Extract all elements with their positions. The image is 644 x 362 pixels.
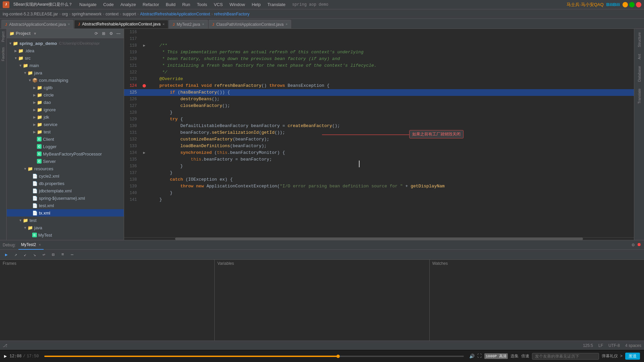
settings-icon[interactable]: ⚙ — [108, 31, 114, 36]
project-label[interactable]: Project — [1, 30, 5, 43]
ant-panel-btn[interactable]: Ant — [636, 52, 643, 62]
quality-badge[interactable]: 1080P 高清 — [484, 353, 508, 359]
java-icon-2: J — [173, 22, 175, 26]
minimize-panel-icon[interactable]: — — [116, 31, 121, 36]
tree-item-circle[interactable]: ▶ 📁 circle — [7, 91, 124, 99]
horizontal-scrollbar[interactable] — [124, 237, 634, 240]
debug-force-step-into-btn[interactable]: ↘ — [31, 251, 38, 258]
tree-item-logger[interactable]: C Logger — [7, 143, 124, 150]
tree-item-db[interactable]: 📄 db.properties — [7, 180, 124, 187]
indent-indicator[interactable]: 4 spaces — [625, 343, 641, 348]
menu-tools[interactable]: Tools — [194, 1, 210, 8]
breadcrumb-part-5[interactable]: AbstractRefreshableApplicationContext — [140, 12, 210, 16]
breadcrumb-part-0[interactable]: ing-context-5.2.3.RELEASE.jar — [3, 12, 58, 16]
tree-item-mytest2[interactable]: C MyTest2 — [7, 239, 124, 240]
collection-btn[interactable]: 选集 — [511, 353, 519, 359]
translate-panel-btn[interactable]: Translate — [636, 86, 643, 106]
tab-close-1[interactable]: × — [163, 22, 165, 26]
cglib-folder-icon: 📁 — [37, 85, 42, 90]
debug-settings-icon[interactable]: ⚙ — [632, 242, 635, 248]
breadcrumb-part-3[interactable]: context — [106, 12, 119, 16]
menu-code[interactable]: Code — [101, 1, 116, 8]
tree-item-cycle2[interactable]: 📄 cycle2.xml — [7, 172, 124, 180]
tree-item-tx[interactable]: 📄 tx.xml — [7, 209, 124, 217]
speed-btn[interactable]: 倍速 — [521, 353, 529, 359]
menu-help[interactable]: Help — [249, 1, 263, 8]
minimize-button[interactable] — [623, 2, 628, 7]
tab-abstract-refreshable[interactable]: J AbstractRefreshableApplicationContext.… — [74, 20, 168, 28]
tree-item-jdbctemplate[interactable]: 📄 jdbctemplate.xml — [7, 187, 124, 194]
tab-classpathxml[interactable]: J ClassPathXmlApplicationContext.java × — [209, 20, 291, 28]
menu-run[interactable]: Run — [179, 1, 193, 8]
database-panel-btn[interactable]: Database — [636, 64, 643, 84]
tree-item-test-folder[interactable]: ▼ 📁 test — [7, 217, 124, 224]
volume-icon[interactable]: 🔊 — [469, 354, 475, 359]
tab-close-0[interactable]: × — [68, 22, 70, 26]
testxml-icon: 📄 — [32, 203, 38, 208]
tree-item-dao[interactable]: ▶ 📁 dao — [7, 99, 124, 106]
tree-item-src[interactable]: ▼ 📁 src — [7, 54, 124, 62]
tree-item-testxml[interactable]: 📄 test.xml — [7, 202, 124, 209]
danmu-subtitle-btn[interactable]: 弹幕礼仪 > — [602, 353, 623, 359]
code-line-118: 118 ▶ /** — [124, 42, 634, 49]
tree-item-spring-username[interactable]: 📄 spring-${username}.xml — [7, 194, 124, 202]
progress-fill — [44, 356, 338, 357]
line-col-indicator[interactable]: 125:5 — [583, 343, 593, 348]
menu-vcs[interactable]: VCS — [211, 1, 225, 8]
tab-close-3[interactable]: × — [285, 22, 287, 26]
tree-item-root[interactable]: ▼ 📁 spring_aop_demo C:\Users\p'c\Desktop… — [7, 40, 124, 47]
tree-item-server[interactable]: C Server — [7, 158, 124, 165]
tree-item-java[interactable]: ▼ 📁 java — [7, 69, 124, 76]
collapse-icon[interactable]: ⊞ — [101, 31, 106, 36]
lf-indicator[interactable]: LF — [598, 343, 603, 348]
tree-item-jdk[interactable]: ▶ 📁 jdk — [7, 113, 124, 121]
breadcrumb-part-1[interactable]: org — [62, 12, 68, 16]
breadcrumb-part-4[interactable]: support — [123, 12, 136, 16]
menu-analyze[interactable]: Analyze — [118, 1, 139, 8]
tree-item-cglib[interactable]: ▶ 📁 cglib — [7, 84, 124, 91]
debug-step-into-btn[interactable]: ↙ — [21, 251, 29, 258]
play-button[interactable]: ▶ — [4, 353, 7, 359]
tree-item-mytest[interactable]: C MyTest — [7, 231, 124, 239]
breadcrumb-part-2[interactable]: springframework — [72, 12, 102, 16]
menu-navigate[interactable]: Navigate — [77, 1, 99, 8]
danmu-input[interactable] — [532, 353, 599, 360]
tree-item-service[interactable]: ▶ 📁 service — [7, 121, 124, 128]
code-content[interactable]: 116 117 118 ▶ /** 119 — [124, 29, 634, 237]
debug-evaluate-btn[interactable]: ≡ — [59, 251, 66, 258]
favorites-label[interactable]: Favorites — [1, 46, 5, 62]
debug-more-btn[interactable]: ⋯ — [68, 251, 76, 258]
menu-refactor[interactable]: Refactor — [140, 1, 162, 8]
fullscreen-icon[interactable]: ⛶ — [477, 354, 482, 359]
debug-record-icon[interactable]: ⏺ — [637, 242, 641, 248]
debug-resume-btn[interactable]: ▶ — [3, 251, 10, 258]
tree-item-client[interactable]: C Client — [7, 135, 124, 143]
close-button[interactable] — [636, 2, 641, 7]
structure-panel-btn[interactable]: Structure — [636, 30, 643, 49]
send-button[interactable]: 发送 — [625, 353, 640, 360]
debug-step-out-btn[interactable]: ↩ — [40, 251, 48, 258]
tree-item-main[interactable]: ▼ 📁 main — [7, 62, 124, 69]
debug-run-to-cursor-btn[interactable]: ⊟ — [50, 251, 57, 258]
tree-item-idea[interactable]: ▶ 📁 .idea — [7, 47, 124, 54]
tab-abstract-application-context[interactable]: J AbstractApplicationContext.java × — [1, 20, 73, 28]
menu-build[interactable]: Build — [163, 1, 178, 8]
progress-bar[interactable] — [44, 356, 464, 357]
tree-item-com-mashiping[interactable]: ▼ 📦 com.mashiping — [7, 76, 124, 84]
tab-mytest2[interactable]: J MyTest2.java × — [169, 20, 208, 28]
tab-close-2[interactable]: × — [202, 22, 204, 26]
encoding-indicator[interactable]: UTF-8 — [608, 343, 620, 348]
tree-item-resources[interactable]: ▼ 📁 resources — [7, 165, 124, 172]
debug-tab-close[interactable]: × — [39, 243, 41, 247]
tree-item-ignore[interactable]: ▶ 📁 ignore — [7, 106, 124, 113]
maximize-button[interactable] — [629, 2, 635, 7]
debug-step-over-btn[interactable]: ↗ — [12, 251, 19, 258]
tree-item-test-pkg[interactable]: ▶ 📁 test — [7, 128, 124, 135]
breadcrumb-part-6[interactable]: refreshBeanFactory — [214, 12, 249, 16]
sync-icon[interactable]: ⟳ — [94, 31, 99, 36]
tree-item-mybeanfactory[interactable]: C MyBeanFactoryPostProcessor — [7, 150, 124, 158]
debug-session-tab[interactable]: MyTest2 × — [18, 240, 44, 250]
menu-window[interactable]: Window — [227, 1, 248, 8]
tree-item-java2[interactable]: ▼ 📁 java — [7, 224, 124, 231]
menu-translate[interactable]: Translate — [265, 1, 288, 8]
